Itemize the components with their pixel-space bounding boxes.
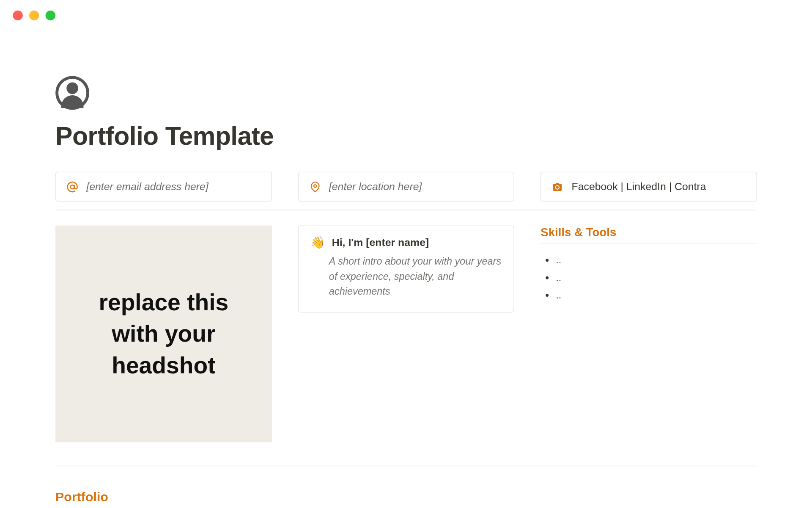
location-placeholder: [enter location here] (329, 180, 422, 193)
headshot-column: replace this with your headshot (55, 226, 272, 442)
portfolio-heading[interactable]: Portfolio (55, 489, 757, 505)
avatar-icon (58, 79, 86, 107)
skills-column: Skills & Tools .. .. .. (540, 226, 757, 307)
svg-point-0 (71, 185, 74, 188)
maximize-window-dot[interactable] (46, 11, 55, 20)
page-content: Portfolio Template [enter email address … (0, 0, 812, 505)
location-card[interactable]: [enter location here] (298, 172, 515, 202)
contact-info-row: [enter email address here] [enter locati… (55, 172, 757, 202)
socials-card[interactable]: Facebook | LinkedIn | Contra (540, 172, 757, 202)
skills-heading[interactable]: Skills & Tools (540, 226, 757, 239)
skills-divider (540, 243, 757, 244)
list-item[interactable]: .. (556, 290, 757, 301)
at-sign-icon (66, 181, 78, 193)
email-placeholder: [enter email address here] (86, 180, 208, 193)
window-controls (13, 11, 55, 20)
svg-point-1 (314, 185, 316, 187)
intro-card[interactable]: 👋 Hi, I'm [enter name] A short intro abo… (298, 226, 515, 312)
camera-icon (552, 181, 564, 192)
wave-emoji-icon: 👋 (310, 235, 325, 249)
skills-list: .. .. .. (540, 255, 757, 301)
headshot-placeholder-box[interactable]: replace this with your headshot (55, 226, 272, 442)
minimize-window-dot[interactable] (29, 11, 39, 20)
close-window-dot[interactable] (13, 11, 22, 20)
divider (55, 210, 757, 210)
page-icon-avatar[interactable] (55, 76, 89, 110)
main-content-row: replace this with your headshot 👋 Hi, I'… (55, 226, 757, 442)
intro-column: 👋 Hi, I'm [enter name] A short intro abo… (298, 226, 515, 312)
email-card[interactable]: [enter email address here] (55, 172, 272, 202)
list-item[interactable]: .. (556, 255, 757, 267)
list-item[interactable]: .. (556, 272, 757, 284)
page-title[interactable]: Portfolio Template (55, 121, 757, 151)
intro-description: A short intro about your with your years… (329, 254, 502, 299)
intro-title: Hi, I'm [enter name] (332, 236, 429, 248)
headshot-placeholder-text: replace this with your headshot (73, 287, 255, 381)
map-pin-icon (309, 181, 321, 193)
divider (55, 465, 757, 466)
socials-text: Facebook | LinkedIn | Contra (571, 180, 706, 193)
